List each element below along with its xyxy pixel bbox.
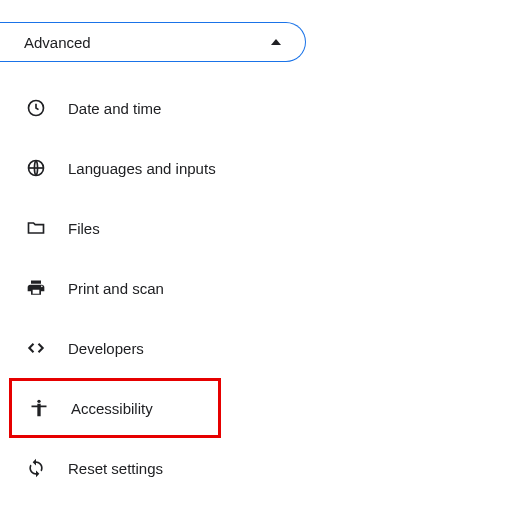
- clock-icon: [26, 98, 46, 118]
- advanced-menu-list: Date and time Languages and inputs Files: [0, 78, 306, 498]
- accessibility-highlight: Accessibility: [9, 378, 221, 438]
- menu-item-label: Accessibility: [71, 400, 153, 417]
- menu-item-print-scan[interactable]: Print and scan: [0, 258, 306, 318]
- menu-item-accessibility[interactable]: Accessibility: [12, 381, 218, 435]
- menu-item-date-time[interactable]: Date and time: [0, 78, 306, 138]
- menu-item-label: Print and scan: [68, 280, 164, 297]
- menu-item-developers[interactable]: Developers: [0, 318, 306, 378]
- advanced-label: Advanced: [24, 34, 91, 51]
- folder-icon: [26, 218, 46, 238]
- menu-item-files[interactable]: Files: [0, 198, 306, 258]
- menu-item-label: Date and time: [68, 100, 161, 117]
- menu-item-label: Developers: [68, 340, 144, 357]
- reset-icon: [26, 458, 46, 478]
- advanced-section-header[interactable]: Advanced: [0, 22, 306, 62]
- printer-icon: [26, 278, 46, 298]
- svg-point-2: [37, 400, 40, 403]
- menu-item-reset[interactable]: Reset settings: [0, 438, 306, 498]
- code-icon: [26, 338, 46, 358]
- menu-item-label: Files: [68, 220, 100, 237]
- menu-item-label: Languages and inputs: [68, 160, 216, 177]
- caret-up-icon: [271, 39, 281, 45]
- menu-item-label: Reset settings: [68, 460, 163, 477]
- globe-icon: [26, 158, 46, 178]
- menu-item-languages[interactable]: Languages and inputs: [0, 138, 306, 198]
- accessibility-icon: [29, 398, 49, 418]
